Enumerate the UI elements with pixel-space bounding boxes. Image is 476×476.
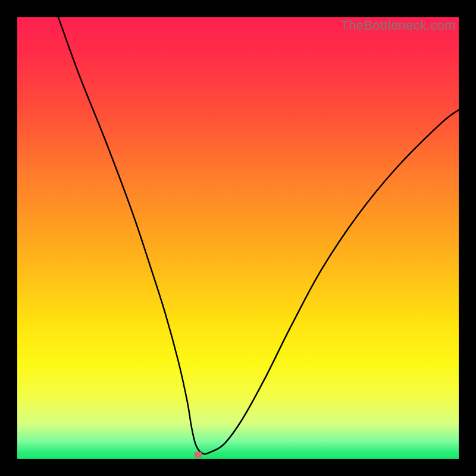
- bottleneck-curve: [17, 17, 459, 459]
- plot-area: [17, 17, 459, 459]
- watermark-text: TheBottleneck.com: [341, 18, 456, 33]
- chart-frame: TheBottleneck.com: [0, 0, 476, 476]
- optimum-marker: [194, 452, 202, 458]
